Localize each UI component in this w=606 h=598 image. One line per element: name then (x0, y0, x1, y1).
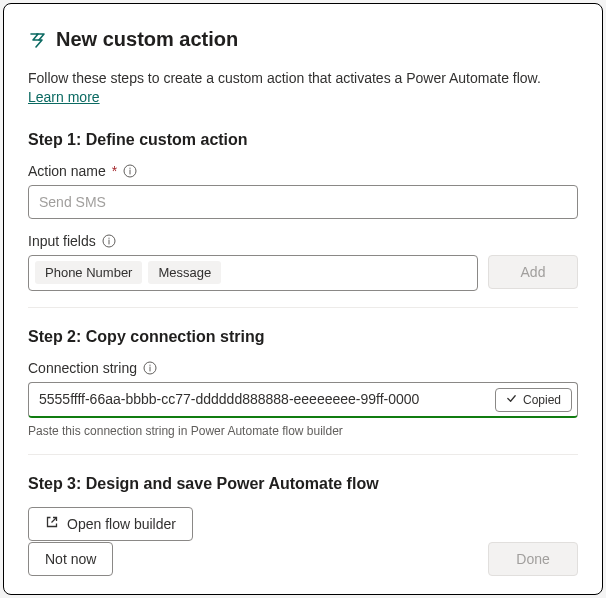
check-icon (506, 393, 517, 407)
dialog-footer: Not now Done (28, 542, 578, 576)
info-icon[interactable] (102, 234, 116, 248)
done-button: Done (488, 542, 578, 576)
dialog-header: New custom action (28, 28, 578, 51)
learn-more-link[interactable]: Learn more (28, 89, 100, 105)
connection-string-hint: Paste this connection string in Power Au… (28, 424, 578, 438)
connection-string-label: Connection string (28, 360, 578, 376)
input-fields-label: Input fields (28, 233, 578, 249)
action-name-label: Action name * (28, 163, 578, 179)
description-text: Follow these steps to create a custom ac… (28, 70, 541, 86)
info-icon[interactable] (143, 361, 157, 375)
step-1-heading: Step 1: Define custom action (28, 131, 578, 149)
connection-string-label-text: Connection string (28, 360, 137, 376)
copied-button[interactable]: Copied (495, 388, 572, 412)
dialog-description: Follow these steps to create a custom ac… (28, 69, 578, 107)
not-now-button[interactable]: Not now (28, 542, 113, 576)
step-3-heading: Step 3: Design and save Power Automate f… (28, 475, 578, 493)
action-name-input[interactable] (28, 185, 578, 219)
step-2: Step 2: Copy connection string Connectio… (28, 328, 578, 455)
divider (28, 307, 578, 308)
action-icon (28, 30, 48, 50)
tag-phone-number[interactable]: Phone Number (35, 261, 142, 284)
open-external-icon (45, 515, 59, 532)
open-flow-builder-button[interactable]: Open flow builder (28, 507, 193, 541)
dialog-title: New custom action (56, 28, 238, 51)
action-name-label-text: Action name (28, 163, 106, 179)
input-fields-label-text: Input fields (28, 233, 96, 249)
svg-point-3 (108, 237, 109, 238)
tag-message[interactable]: Message (148, 261, 221, 284)
required-indicator: * (112, 163, 117, 179)
input-fields-input[interactable]: Phone Number Message (28, 255, 478, 291)
step-2-heading: Step 2: Copy connection string (28, 328, 578, 346)
add-button: Add (488, 255, 578, 289)
open-flow-builder-label: Open flow builder (67, 516, 176, 532)
svg-point-5 (149, 364, 150, 365)
copied-label: Copied (523, 393, 561, 407)
step-3: Step 3: Design and save Power Automate f… (28, 475, 578, 541)
svg-point-1 (130, 167, 131, 168)
step-1: Step 1: Define custom action Action name… (28, 131, 578, 308)
info-icon[interactable] (123, 164, 137, 178)
new-custom-action-dialog: New custom action Follow these steps to … (3, 3, 603, 595)
divider (28, 454, 578, 455)
